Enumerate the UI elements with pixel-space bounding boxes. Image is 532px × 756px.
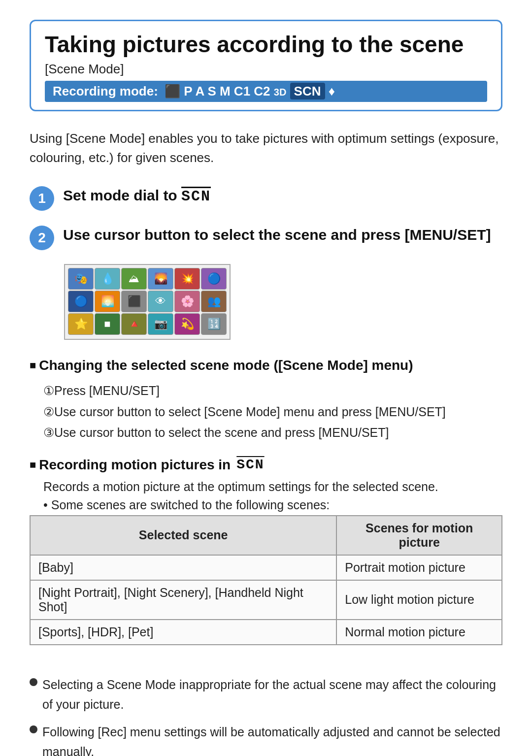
list-item: ②Use cursor button to select [Scene Mode… bbox=[43, 401, 502, 423]
page-title: Taking pictures according to the scene bbox=[45, 31, 487, 58]
note-item-2: Following [Rec] menu settings will be au… bbox=[30, 722, 502, 756]
recording-mode-text: Recording mode: bbox=[53, 84, 158, 99]
motion-picture-table: Selected scene Scenes for motion picture… bbox=[30, 515, 502, 645]
scn-label-2: SCN bbox=[236, 457, 264, 472]
bullet-icon bbox=[30, 678, 37, 686]
scn-label-1: SCN bbox=[181, 188, 211, 205]
step-1-text: Set mode dial to SCN bbox=[63, 185, 211, 207]
step-1-circle: 1 bbox=[30, 186, 54, 211]
table-row: [Baby] Portrait motion picture bbox=[30, 555, 502, 580]
notes-section: Selecting a Scene Mode inappropriate for… bbox=[30, 675, 502, 756]
table-cell-motion: Normal motion picture bbox=[336, 620, 502, 645]
note-text-2: Following [Rec] menu settings will be au… bbox=[42, 722, 502, 756]
icon-row-3: ⭐ ■ 🔺 📷 💫 🔢 bbox=[68, 313, 227, 335]
icon-cell: 🔵 bbox=[68, 291, 94, 312]
section-2-header: Recording motion pictures in SCN bbox=[30, 457, 502, 473]
table-header-motion: Scenes for motion picture bbox=[336, 516, 502, 555]
scene-icon-grid: 🎭 💧 ⛰ 🌄 💥 🔵 🔵 🌅 ⬛ 👁 🌸 👥 ⭐ ■ 🔺 📷 💫 🔢 bbox=[64, 264, 231, 340]
icon-cell: 💫 bbox=[174, 313, 200, 335]
table-header-scene: Selected scene bbox=[30, 516, 336, 555]
table-cell-scene: [Baby] bbox=[30, 555, 336, 580]
header-box: Taking pictures according to the scene [… bbox=[30, 20, 502, 111]
icon-cell: ⬛ bbox=[121, 291, 147, 312]
table-row: [Night Portrait], [Night Scenery], [Hand… bbox=[30, 580, 502, 620]
section-2-bullet: Some scenes are switched to the followin… bbox=[43, 498, 502, 512]
step-2-circle: 2 bbox=[30, 226, 54, 250]
table-cell-motion: Low light motion picture bbox=[336, 580, 502, 620]
icon-cell: 🌸 bbox=[174, 291, 200, 312]
table-cell-motion: Portrait motion picture bbox=[336, 555, 502, 580]
step-1: 1 Set mode dial to SCN bbox=[30, 185, 502, 211]
step-2-text: Use cursor button to select the scene an… bbox=[63, 225, 491, 245]
icon-cell: 🌅 bbox=[95, 291, 120, 312]
icon-cell: 🎭 bbox=[68, 268, 94, 290]
icon-cell: 💥 bbox=[174, 268, 200, 290]
bullet-icon bbox=[30, 725, 37, 733]
table-cell-scene: [Night Portrait], [Night Scenery], [Hand… bbox=[30, 580, 336, 620]
icon-cell: 🌄 bbox=[148, 268, 173, 290]
icon-cell: ⭐ bbox=[68, 313, 94, 335]
section-2-desc: Records a motion picture at the optimum … bbox=[43, 480, 502, 494]
recording-mode-bar: Recording mode: ⬛ P A S M C1 C2 3D SCN ♦ bbox=[45, 81, 487, 102]
table-cell-scene: [Sports], [HDR], [Pet] bbox=[30, 620, 336, 645]
scene-mode-label: [Scene Mode] bbox=[45, 62, 487, 77]
icon-row-1: 🎭 💧 ⛰ 🌄 💥 🔵 bbox=[68, 268, 227, 290]
note-text-1: Selecting a Scene Mode inappropriate for… bbox=[42, 675, 502, 714]
list-item: ③Use cursor button to select the scene a… bbox=[43, 422, 502, 443]
icon-cell: 🔵 bbox=[201, 268, 227, 290]
icon-cell: 📷 bbox=[148, 313, 173, 335]
icon-cell: ■ bbox=[95, 313, 120, 335]
intro-text: Using [Scene Mode] enables you to take p… bbox=[30, 129, 502, 167]
icon-cell: 💧 bbox=[95, 268, 120, 290]
icon-row-2: 🔵 🌅 ⬛ 👁 🌸 👥 bbox=[68, 291, 227, 312]
icon-cell: 👥 bbox=[201, 291, 227, 312]
note-item-1: Selecting a Scene Mode inappropriate for… bbox=[30, 675, 502, 714]
icon-cell: ⛰ bbox=[121, 268, 147, 290]
section-1-list: ①Press [MENU/SET] ②Use cursor button to … bbox=[43, 380, 502, 443]
icon-cell: 👁 bbox=[148, 291, 173, 312]
section-1-header: Changing the selected scene mode ([Scene… bbox=[30, 358, 502, 373]
table-row: [Sports], [HDR], [Pet] Normal motion pic… bbox=[30, 620, 502, 645]
step-2: 2 Use cursor button to select the scene … bbox=[30, 225, 502, 250]
recording-mode-icons: ⬛ P A S M C1 C2 3D SCN ♦ bbox=[161, 84, 335, 99]
icon-cell: 🔢 bbox=[201, 313, 227, 335]
icon-cell: 🔺 bbox=[121, 313, 147, 335]
list-item: ①Press [MENU/SET] bbox=[43, 380, 502, 401]
